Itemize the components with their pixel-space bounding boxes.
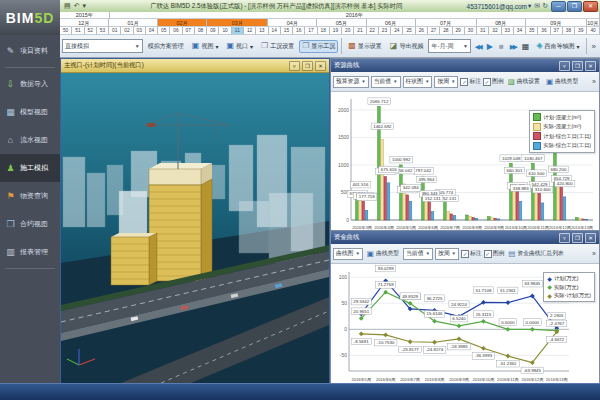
sidebar-item-model-view[interactable]: ▦模型视图 [0, 98, 60, 126]
pin-icon[interactable]: ▿ [559, 233, 570, 243]
timeline-week-cell[interactable]: 17 [305, 27, 317, 35]
timeline-week-cell[interactable]: 33 [502, 27, 514, 35]
condition-settings[interactable]: ❒工况设置 [258, 40, 297, 53]
timeline-week-cell[interactable]: 53 [97, 27, 109, 35]
timeline-week-cell[interactable]: 40 [587, 27, 599, 35]
timeline-month-cell[interactable]: 06月 [367, 19, 416, 27]
timeline-week-cell[interactable]: 14 [269, 27, 281, 35]
pin-icon[interactable]: ▿ [559, 61, 570, 71]
timeline-week-cell[interactable]: 52 [85, 27, 97, 35]
timeline-week-cell[interactable]: 27 [428, 27, 440, 35]
timeline-week-cell[interactable]: 06 [170, 27, 182, 35]
timeline-week-cell[interactable]: 36 [538, 27, 550, 35]
timeline-week-cell[interactable]: 15 [281, 27, 293, 35]
toolbar-more-button[interactable]: » [590, 41, 598, 52]
timeline-week-cell[interactable]: 39 [575, 27, 587, 35]
timeline-week-cell[interactable]: 30 [465, 27, 477, 35]
sidebar-item-report-manage[interactable]: ▥报表管理 [0, 238, 60, 266]
timeline-week-cell[interactable]: 11 [232, 27, 244, 35]
gantt-view-button[interactable]: ▦ [520, 41, 532, 52]
view-direction-select[interactable]: ◈西南等轴测▾ [533, 40, 582, 53]
restore-icon[interactable]: ❐ [572, 61, 583, 71]
annotation-checkbox[interactable]: ✓标注 [460, 77, 481, 86]
minimize-button[interactable]: ─ [551, 1, 566, 12]
timeline-week-cell[interactable]: 23 [379, 27, 391, 35]
restore-button[interactable]: ❐ [567, 1, 582, 12]
restore-icon[interactable]: ❐ [572, 233, 583, 243]
chart-style-select[interactable]: 柱状图▼ [403, 76, 433, 88]
sidebar-item-flow-view[interactable]: ⌂流水视图 [0, 126, 60, 154]
export-video[interactable]: ◪导出视频 [387, 40, 427, 53]
refresh-icon[interactable]: ↻ [542, 2, 548, 10]
legend-checkbox[interactable]: ✓图例 [483, 77, 504, 86]
save-icon[interactable]: ▤ [64, 2, 71, 10]
timeline-week-cell[interactable]: 10 [219, 27, 231, 35]
sidebar-item-data-import[interactable]: ⇩数据导入 [0, 70, 60, 98]
timeline-week-cell[interactable]: 26 [416, 27, 428, 35]
period-select[interactable]: 按周▼ [435, 248, 459, 260]
panel-more-button[interactable]: » [592, 78, 597, 85]
play-button[interactable]: ▶ [485, 41, 495, 52]
timeline-week-cell[interactable]: 01 [109, 27, 121, 35]
panel-more-button[interactable]: » [592, 250, 597, 257]
timeline-week-cell[interactable]: 38 [563, 27, 575, 35]
close-icon[interactable]: ✕ [585, 233, 596, 243]
timeline-week-cell[interactable]: 24 [391, 27, 403, 35]
pin-icon[interactable]: ▿ [289, 61, 300, 71]
timeline-week-cell[interactable]: 37 [551, 27, 563, 35]
timeline-week-cell[interactable]: 21 [354, 27, 366, 35]
sidebar-item-material-query[interactable]: ⚑物资查询 [0, 182, 60, 210]
undo-icon[interactable]: ↶ [74, 2, 80, 10]
timeline-week-cell[interactable]: 16 [293, 27, 305, 35]
timeline-month-cell[interactable]: 08月 [477, 19, 526, 27]
timeline-week-cell[interactable]: 08 [195, 27, 207, 35]
timeline-month-cell[interactable]: 09月 [526, 19, 587, 27]
account-menu[interactable]: 453715601@qq.com▾ [467, 2, 532, 10]
annotation-checkbox[interactable]: ✓标注 [461, 249, 482, 258]
timeline-week-cell[interactable]: 07 [183, 27, 195, 35]
timeline-year-cell[interactable]: 2016年 [110, 12, 600, 19]
timeline-week-cell[interactable]: 05 [158, 27, 170, 35]
timeline-month-cell[interactable]: 03月 [207, 19, 268, 27]
sidebar-item-construction-simulation[interactable]: ♟施工模拟 [0, 154, 60, 182]
legend-checkbox[interactable]: ✓图例 [484, 249, 505, 258]
curve-settings-button[interactable]: ▨曲线设置 [506, 76, 542, 87]
timeline-year-cell[interactable]: 2015年 [60, 12, 110, 19]
timescale-select[interactable]: 年-月-周▼ [428, 39, 470, 53]
timeline-week-cell[interactable]: 20 [342, 27, 354, 35]
timeline-week-cell[interactable]: 32 [489, 27, 501, 35]
timeline-week-cell[interactable]: 28 [440, 27, 452, 35]
stop-button[interactable]: ■ [497, 41, 506, 52]
curve-type-button[interactable]: ▣曲线类型 [365, 248, 401, 259]
timeline-week-cell[interactable]: 29 [453, 27, 465, 35]
timeline-week-cell[interactable]: 18 [318, 27, 330, 35]
fast-forward-button[interactable]: ▶▶ [508, 41, 518, 52]
timeline-week-cell[interactable]: 04 [146, 27, 158, 35]
timeline-month-cell[interactable]: 05月 [317, 19, 366, 27]
restore-icon[interactable]: ❐ [302, 61, 313, 71]
timeline-month-cell[interactable]: 07月 [416, 19, 477, 27]
timeline-month-cell[interactable]: 10月 [587, 19, 600, 27]
mail-icon[interactable]: ✉ [534, 2, 540, 10]
simulation-mode-select[interactable]: 直接模拟▼ [62, 39, 143, 53]
timeline-week-cell[interactable]: 50 [60, 27, 72, 35]
sidebar-item-project-info[interactable]: ✎项目资料 [0, 37, 60, 65]
timeline-week-cell[interactable]: 22 [367, 27, 379, 35]
timeline-month-cell[interactable]: 04月 [268, 19, 317, 27]
timeline-week-cell[interactable]: 51 [72, 27, 84, 35]
timeline-week-cell[interactable]: 34 [514, 27, 526, 35]
value-mode-select[interactable]: 当前值▼ [403, 248, 433, 260]
fund-summary-list-button[interactable]: ▤资金曲线汇总列表 [506, 248, 565, 259]
period-select[interactable]: 按周▼ [434, 76, 458, 88]
close-icon[interactable]: ✕ [315, 61, 326, 71]
timeline-week-cell[interactable]: 12 [244, 27, 256, 35]
simulation-plan-manage[interactable]: 模拟方案管理 [145, 40, 187, 53]
display-settings[interactable]: ▩显示设置 [345, 40, 385, 53]
rewind-button[interactable]: ◀◀ [473, 41, 483, 52]
close-button[interactable]: ✕ [583, 1, 598, 12]
timeline-week-cell[interactable]: 09 [207, 27, 219, 35]
timeline-month-cell[interactable]: 02月 [158, 19, 207, 27]
curve-type-button[interactable]: ▣曲线类型 [544, 76, 580, 87]
resource-source-select[interactable]: 预算资源▼ [333, 76, 369, 88]
value-mode-select[interactable]: 当前值▼ [371, 76, 401, 88]
